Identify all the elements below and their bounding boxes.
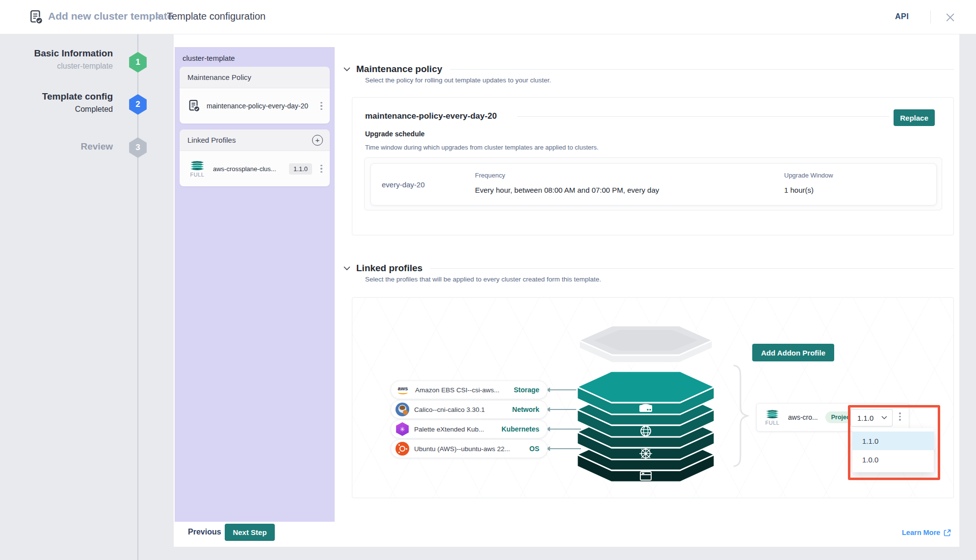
maintenance-policy-card: maintenance-policy-every-day-20 Replace … bbox=[352, 97, 954, 235]
step-subtitle: cluster-template bbox=[57, 62, 113, 71]
chevron-down-icon bbox=[881, 416, 887, 420]
upgrade-window-label: Upgrade Window bbox=[784, 172, 936, 179]
policy-rule bbox=[517, 116, 889, 117]
layer-pill-storage[interactable]: aws Amazon EBS CSI--csi-aws... Storage bbox=[391, 381, 548, 399]
upgrade-schedule-desc: Time window during which upgrades from c… bbox=[365, 144, 599, 151]
learn-more-link[interactable]: Learn More bbox=[902, 529, 951, 536]
section-title: Maintenance policy bbox=[356, 64, 442, 75]
frequency-label: Frequency bbox=[475, 172, 784, 179]
step-title: Review bbox=[81, 141, 113, 152]
ubuntu-icon bbox=[396, 442, 409, 456]
policy-item-row[interactable]: maintenance-policy-every-day-20 bbox=[180, 88, 330, 124]
linked-profiles-header-label: Linked Profiles bbox=[187, 136, 236, 144]
section-subtitle: Select the policy for rolling out templa… bbox=[365, 76, 551, 84]
layer-pill-os[interactable]: Ubuntu (AWS)--ubuntu-aws 22... OS bbox=[391, 439, 548, 458]
kebab-menu-icon[interactable] bbox=[897, 412, 903, 421]
section-subtitle: Select the profiles that will be applied… bbox=[365, 276, 601, 283]
learn-more-label: Learn More bbox=[902, 529, 940, 536]
breadcrumb-parent-link[interactable]: Add new cluster template bbox=[48, 10, 173, 22]
profile-layers-icon: FULL bbox=[764, 409, 781, 426]
wizard-steps-sidebar: Basic Information cluster-template 1 Tem… bbox=[0, 34, 174, 560]
policy-item-name: maintenance-policy-every-day-20 bbox=[207, 102, 318, 110]
layer-pill-kubernetes[interactable]: ✳ Palette eXtended Kub... Kubernetes bbox=[391, 420, 548, 438]
layer-pill-network[interactable]: Calico--cni-calico 3.30.1 Network bbox=[391, 400, 548, 419]
document-check-icon bbox=[29, 10, 43, 26]
version-select[interactable]: 1.1.0 bbox=[850, 409, 893, 427]
breadcrumb-separator: > bbox=[156, 11, 161, 21]
add-addon-profile-button[interactable]: Add Addon Profile bbox=[752, 344, 834, 361]
linked-profiles-tree-card: Linked Profiles + FULL aws-crossplane-cl… bbox=[180, 129, 330, 186]
next-step-button[interactable]: Next Step bbox=[225, 524, 275, 541]
header-divider bbox=[930, 11, 931, 24]
profile-layers-icon: FULL bbox=[188, 160, 206, 178]
kebab-menu-icon[interactable] bbox=[318, 102, 325, 110]
upgrade-window-cell: Upgrade Window 1 hour(s) bbox=[784, 164, 936, 205]
schedule-name-cell: every-day-20 bbox=[371, 164, 475, 205]
version-select-value: 1.1.0 bbox=[857, 414, 873, 422]
version-option-1-1-0[interactable]: 1.1.0 bbox=[852, 432, 934, 450]
schedule-name: every-day-20 bbox=[382, 180, 425, 189]
layer-category: OS bbox=[529, 445, 539, 453]
add-profile-plus-icon[interactable]: + bbox=[312, 135, 323, 146]
frequency-cell: Frequency Every hour, between 08:00 AM a… bbox=[475, 164, 784, 205]
brace-decoration bbox=[733, 364, 749, 467]
maintenance-policy-tree-card: Maintenance Policy maintenance-policy-ev… bbox=[180, 67, 330, 124]
section-rule bbox=[450, 69, 954, 70]
version-dropdown: 1.1.0 1.0.0 bbox=[852, 428, 934, 472]
section-rule bbox=[430, 268, 954, 269]
step-hexagon-2: 2 bbox=[129, 94, 147, 115]
linked-profiles-section-header: Linked profiles bbox=[343, 263, 954, 274]
layer-name: Ubuntu (AWS)--ubuntu-aws 22... bbox=[414, 445, 510, 453]
add-cluster-template-screen: Add new cluster template > Template conf… bbox=[0, 0, 976, 560]
policy-name: maintenance-policy-every-day-20 bbox=[365, 111, 497, 121]
step-hexagon-3: 3 bbox=[129, 137, 147, 158]
step-title: Basic Information bbox=[34, 48, 113, 59]
step-hexagon-1: 1 bbox=[129, 52, 147, 73]
step-subtitle: Completed bbox=[75, 105, 113, 114]
section-title: Linked profiles bbox=[356, 263, 422, 274]
breadcrumb-current: Template configuration bbox=[167, 11, 265, 22]
server-icon bbox=[639, 404, 652, 412]
linked-profiles-card: aws Amazon EBS CSI--csi-aws... Storage C… bbox=[352, 297, 954, 498]
calico-icon bbox=[396, 403, 409, 416]
previous-button[interactable]: Previous bbox=[188, 528, 221, 536]
upgrade-schedule-title: Upgrade schedule bbox=[365, 130, 424, 138]
profile-item-name: aws-crossplane-clus... bbox=[213, 165, 289, 173]
palette-icon: ✳ bbox=[396, 422, 409, 436]
step-title: Template config bbox=[42, 91, 113, 102]
panel-title: cluster-template bbox=[183, 54, 235, 62]
linked-profiles-tree-header: Linked Profiles + bbox=[180, 129, 330, 151]
layer-name: Palette eXtended Kub... bbox=[414, 426, 484, 433]
kebab-menu-icon[interactable] bbox=[318, 165, 325, 173]
frequency-value: Every hour, between 08:00 AM and 07:00 P… bbox=[475, 186, 784, 194]
layer-name: Calico--cni-calico 3.30.1 bbox=[414, 406, 485, 413]
maintenance-policy-section-header: Maintenance policy bbox=[343, 64, 954, 75]
collapse-chevron-icon[interactable] bbox=[343, 266, 350, 271]
close-icon[interactable] bbox=[945, 12, 955, 25]
version-badge: 1.1.0 bbox=[289, 163, 312, 175]
layer-category: Kubernetes bbox=[501, 425, 539, 433]
schedule-container: every-day-20 Frequency Every hour, betwe… bbox=[364, 157, 942, 210]
profile-scope-label: FULL bbox=[190, 172, 205, 178]
api-link[interactable]: API bbox=[895, 12, 909, 21]
schedule-row: every-day-20 Frequency Every hour, betwe… bbox=[370, 163, 937, 205]
layer-name: Amazon EBS CSI--csi-aws... bbox=[415, 386, 500, 394]
collapse-chevron-icon[interactable] bbox=[343, 67, 350, 72]
document-check-icon bbox=[188, 100, 200, 112]
addon-profile-name: aws-cro... bbox=[788, 413, 818, 421]
layer-category: Network bbox=[512, 406, 539, 413]
maintenance-policy-tree-header: Maintenance Policy bbox=[180, 67, 330, 88]
layer-category: Storage bbox=[514, 386, 539, 394]
template-tree-panel: cluster-template Maintenance Policy main… bbox=[175, 47, 335, 522]
external-link-icon bbox=[944, 529, 951, 536]
profile-scope-label: FULL bbox=[765, 420, 780, 426]
aws-icon: aws bbox=[396, 383, 410, 396]
upgrade-window-value: 1 hour(s) bbox=[784, 186, 936, 194]
replace-button[interactable]: Replace bbox=[894, 109, 935, 126]
profile-item-row[interactable]: FULL aws-crossplane-clus... 1.1.0 bbox=[180, 151, 330, 186]
cluster-stack-illustration bbox=[572, 318, 719, 487]
app-header: Add new cluster template > Template conf… bbox=[0, 0, 976, 34]
version-option-1-0-0[interactable]: 1.0.0 bbox=[852, 450, 934, 469]
